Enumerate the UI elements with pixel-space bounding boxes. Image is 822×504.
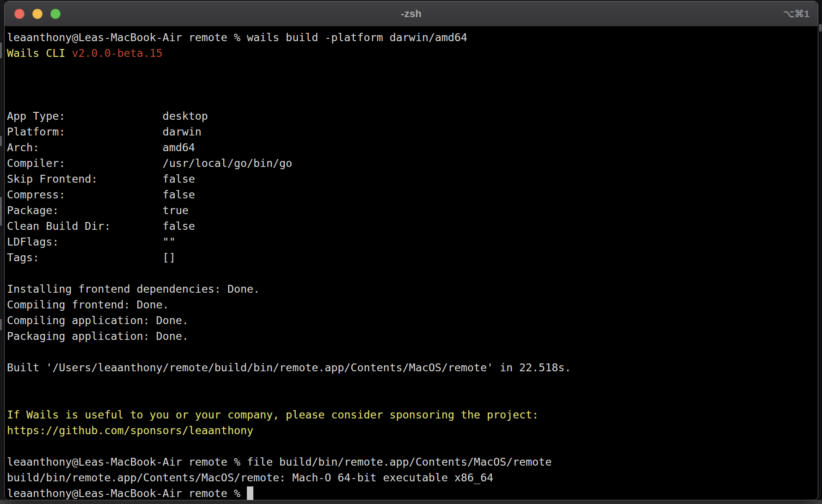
terminal-line: leaanthony@Leas-MacBook-Air remote % wai… (7, 30, 815, 45)
config-value: desktop (163, 110, 208, 122)
terminal-line (7, 61, 815, 77)
config-key: Platform: (7, 124, 163, 140)
terminal-line: Package:true (7, 203, 815, 218)
terminal-text: Installing frontend dependencies: Done. (7, 283, 260, 295)
terminal-line (7, 438, 815, 454)
config-key: Compiler: (7, 155, 163, 171)
titlebar[interactable]: -zsh ⌥⌘1 (5, 1, 818, 26)
terminal-line: LDFlags:"" (7, 234, 815, 250)
terminal-line (7, 77, 815, 92)
terminal-text: leaanthony@Leas-MacBook-Air remote % fil… (7, 455, 552, 468)
config-key: Compress: (7, 187, 163, 203)
config-value: false (163, 220, 195, 232)
terminal-text: v2.0.0-beta.15 (72, 47, 162, 59)
background-window-fragment (0, 43, 2, 58)
terminal-line: Installing frontend dependencies: Done. (7, 281, 815, 297)
terminal-line: Compress:false (7, 187, 815, 203)
terminal-line: Built '/Users/leaanthony/remote/build/bi… (7, 360, 815, 375)
config-key: Tags: (7, 250, 163, 265)
config-value: false (163, 172, 195, 185)
terminal-text: build/bin/remote.app/Contents/MacOS/remo… (7, 471, 493, 484)
terminal-line: Skip Frontend:false (7, 171, 815, 187)
config-key: Clean Build Dir: (7, 218, 163, 234)
terminal-text: If Wails is useful to you or your compan… (7, 408, 539, 421)
config-value: /usr/local/go/bin/go (163, 157, 293, 169)
terminal-line: leaanthony@Leas-MacBook-Air remote % fil… (7, 454, 815, 470)
terminal-line: Packaging application: Done. (7, 328, 815, 344)
terminal-line: Compiler:/usr/local/go/bin/go (7, 155, 815, 171)
terminal-line: Tags:[] (7, 250, 815, 265)
config-value: true (163, 204, 189, 216)
config-value: false (163, 188, 195, 201)
terminal-text: Packaging application: Done. (7, 330, 189, 342)
background-window-fragment (0, 197, 2, 226)
terminal-line: Compiling application: Done. (7, 313, 815, 328)
terminal-line: Clean Build Dir:false (7, 218, 815, 234)
terminal-line: App Type:desktop (7, 108, 815, 124)
terminal-line: If Wails is useful to you or your compan… (7, 407, 815, 423)
config-key: LDFlags: (7, 234, 163, 250)
background-window-fragment (0, 136, 2, 146)
terminal-line (7, 265, 815, 281)
terminal-line: Platform:darwin (7, 124, 815, 140)
terminal-text: leaanthony@Leas-MacBook-Air remote % wai… (7, 31, 467, 43)
config-value: amd64 (163, 141, 195, 154)
terminal-line: Wails CLI v2.0.0-beta.15 (7, 45, 815, 61)
terminal-content[interactable]: leaanthony@Leas-MacBook-Air remote % wai… (5, 26, 818, 500)
desktop: -zsh ⌥⌘1 leaanthony@Leas-MacBook-Air rem… (0, 0, 822, 504)
window-shortcut-badge: ⌥⌘1 (783, 1, 810, 26)
config-key: Skip Frontend: (7, 171, 163, 187)
terminal-line: Arch:amd64 (7, 140, 815, 155)
terminal-line (7, 344, 815, 360)
background-window-fragment (0, 319, 2, 330)
terminal-line: Compiling frontend: Done. (7, 297, 815, 313)
terminal-line (7, 92, 815, 108)
terminal-window: -zsh ⌥⌘1 leaanthony@Leas-MacBook-Air rem… (4, 1, 818, 500)
terminal-line: leaanthony@Leas-MacBook-Air remote % (7, 486, 815, 500)
config-key: Arch: (7, 140, 163, 155)
background-window-edge-left (0, 0, 4, 500)
config-key: App Type: (7, 108, 163, 124)
terminal-text: Built '/Users/leaanthony/remote/build/bi… (7, 361, 571, 374)
window-title: -zsh (5, 1, 818, 26)
config-value: darwin (163, 125, 202, 138)
terminal-line: build/bin/remote.app/Contents/MacOS/remo… (7, 470, 815, 486)
config-value: "" (163, 235, 176, 248)
config-key: Package: (7, 203, 163, 218)
background-window-fragment (819, 24, 822, 31)
sponsor-url[interactable]: https://github.com/sponsors/leaanthony (7, 424, 253, 436)
config-value: [] (163, 251, 176, 264)
terminal-line: https://github.com/sponsors/leaanthony (7, 423, 815, 438)
terminal-text: leaanthony@Leas-MacBook-Air remote % (7, 487, 247, 499)
terminal-text: Wails CLI (7, 47, 72, 59)
terminal-text: Compiling frontend: Done. (7, 298, 169, 311)
terminal-line (7, 375, 815, 391)
terminal-cursor (247, 486, 253, 500)
terminal-line (7, 391, 815, 407)
terminal-text: Compiling application: Done. (7, 314, 189, 326)
background-window-edge-bottom (0, 500, 822, 504)
